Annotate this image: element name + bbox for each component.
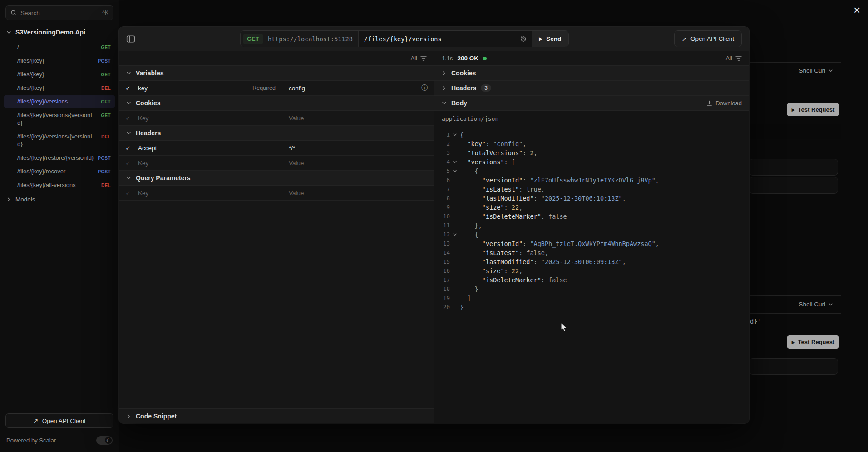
row-enabled-checkbox[interactable]: ✓ <box>119 81 137 95</box>
close-icon[interactable]: × <box>851 4 863 16</box>
section-cookies[interactable]: Cookies <box>119 96 434 111</box>
history-icon[interactable] <box>520 35 527 43</box>
send-button[interactable]: ▶ Send <box>532 31 569 47</box>
code-text: "size": 22, <box>460 203 523 212</box>
sidebar-item-endpoint[interactable]: /files/{key}GET <box>4 68 115 81</box>
powered-by: Powered by Scalar ☾ <box>0 432 119 452</box>
response-sample-box[interactable] <box>749 159 838 176</box>
request-filter[interactable]: All <box>411 55 427 62</box>
response-sample-box[interactable] <box>749 177 838 194</box>
powered-by-label: Powered by Scalar <box>6 437 56 444</box>
line-number: 7 <box>434 185 450 194</box>
key-placeholder: Key <box>138 160 148 167</box>
open-api-client-button[interactable]: ↗ Open API Client <box>5 413 113 428</box>
code-line: 7 "isLatest": true, <box>434 185 749 194</box>
sidebar-item-endpoint[interactable]: /files/{key}/versions/{versionId}GET <box>4 108 115 129</box>
section-query-parameters[interactable]: Query Parameters <box>119 171 434 186</box>
line-number: 5 <box>434 167 450 176</box>
header-value-cell[interactable]: Value <box>282 156 434 170</box>
headers-empty-row: ✓ Key Value <box>119 156 434 171</box>
row-enabled-checkbox[interactable]: ✓ <box>119 141 137 155</box>
code-line: 3 "totalVersions": 2, <box>434 148 749 157</box>
sidebar-item-endpoint[interactable]: /files/{key}/restore/{versionId}POST <box>4 151 115 164</box>
line-number: 2 <box>434 139 450 148</box>
code-text: "lastModified": "2025-12-30T06:09:13Z", <box>460 257 626 266</box>
code-text: { <box>460 230 478 239</box>
sidebar-toggle-icon[interactable] <box>126 34 135 44</box>
code-text: "versionId": "AqBPh_tzleT.QxWkYPfm4WhnRp… <box>460 239 659 248</box>
code-text: } <box>460 285 478 294</box>
filter-icon <box>735 56 742 61</box>
shell-curl-label: Shell Curl <box>799 301 825 308</box>
sidebar-item-endpoint[interactable]: /files/{key}DEL <box>4 81 115 94</box>
query-value-cell[interactable]: Value <box>282 186 434 200</box>
section-response-headers[interactable]: Headers 3 <box>434 81 749 96</box>
fold-chevron-icon[interactable] <box>450 130 460 139</box>
header-key-cell[interactable]: Accept <box>137 141 282 155</box>
sidebar-item-endpoint[interactable]: /files/{key}/recoverPOST <box>4 165 115 178</box>
sidebar-item-models[interactable]: Models <box>0 192 119 207</box>
headers-count-badge: 3 <box>481 84 491 92</box>
sidebar-item-endpoint[interactable]: /files/{key}/all-versionsDEL <box>4 178 115 192</box>
fold-chevron-icon[interactable] <box>450 230 460 239</box>
query-empty-row: ✓ Key Value <box>119 186 434 201</box>
open-api-client-button-top[interactable]: ↗ Open API Client <box>674 30 742 47</box>
response-panel: 1.1s 200 OK All Cookies Headers 3 Body <box>434 51 749 423</box>
section-code-snippet[interactable]: Code Snippet <box>119 408 434 423</box>
variable-value-cell[interactable]: config ⓘ <box>282 81 434 95</box>
section-variables[interactable]: Variables <box>119 66 434 81</box>
sidebar-item-endpoint[interactable]: /files/{key}POST <box>4 54 115 67</box>
cookie-key-cell[interactable]: Key <box>137 111 282 125</box>
endpoint-path: /files/{key}/versions/{versionId} <box>17 133 92 147</box>
code-line: 14 "isLatest": false, <box>434 248 749 257</box>
variable-value: config <box>289 85 305 92</box>
cookie-value-cell[interactable]: Value <box>282 111 434 125</box>
filter-icon <box>420 56 427 61</box>
code-text: }, <box>460 221 482 230</box>
download-icon <box>706 100 712 106</box>
fold-chevron-icon[interactable] <box>450 167 460 176</box>
fold-spacer <box>450 248 460 257</box>
api-group-toggle[interactable]: S3VersioningDemo.Api <box>0 25 119 40</box>
row-enabled-checkbox[interactable]: ✓ <box>119 156 137 170</box>
method-tag: DEL <box>101 84 111 92</box>
search-icon <box>10 10 17 16</box>
row-enabled-checkbox[interactable]: ✓ <box>119 111 137 125</box>
response-sample-box[interactable] <box>749 358 838 375</box>
request-filter-row: All <box>119 51 434 66</box>
json-body-viewer[interactable]: 1{2 "key": "config",3 "totalVersions": 2… <box>434 126 749 423</box>
shell-curl-select[interactable]: Shell Curl <box>749 295 841 313</box>
test-request-button[interactable]: ▶ Test Request <box>787 103 839 116</box>
shell-curl-select[interactable]: Shell Curl <box>749 62 841 79</box>
variable-key-cell[interactable]: key Required <box>137 81 282 95</box>
code-line: 8 "lastModified": "2025-12-30T06:10:13Z"… <box>434 194 749 203</box>
response-filter[interactable]: All <box>726 55 742 62</box>
filter-all-label: All <box>411 55 417 62</box>
section-response-body[interactable]: Body Download <box>434 96 749 111</box>
theme-toggle[interactable]: ☾ <box>96 436 113 445</box>
header-key-cell[interactable]: Key <box>137 156 282 170</box>
fold-chevron-icon[interactable] <box>450 157 460 167</box>
sidebar-item-endpoint[interactable]: /GET <box>4 40 115 54</box>
status-code[interactable]: 200 OK <box>458 55 479 62</box>
line-number: 3 <box>434 148 450 157</box>
header-key: Accept <box>138 145 157 152</box>
header-value-cell[interactable]: */* <box>282 141 434 155</box>
sidebar-item-endpoint[interactable]: /files/{key}/versionsGET <box>4 95 115 108</box>
download-button[interactable]: Download <box>706 100 742 107</box>
line-number: 8 <box>434 194 450 203</box>
query-key-cell[interactable]: Key <box>137 186 282 200</box>
sidebar-item-endpoint[interactable]: /files/{key}/versions/{versionId}DEL <box>4 130 115 151</box>
address-bar[interactable]: GET https://localhost:51128 /files/{key}… <box>240 30 569 47</box>
section-response-cookies[interactable]: Cookies <box>434 66 749 81</box>
code-line: 2 "key": "config", <box>434 139 749 148</box>
fold-spacer <box>450 239 460 248</box>
search-input[interactable]: Search ^K <box>5 5 113 20</box>
api-title: S3VersioningDemo.Api <box>15 29 85 36</box>
row-enabled-checkbox[interactable]: ✓ <box>119 186 137 200</box>
test-request-button[interactable]: ▶ Test Request <box>787 335 839 349</box>
section-headers[interactable]: Headers <box>119 126 434 141</box>
section-title: Cookies <box>451 69 476 77</box>
request-path[interactable]: /files/{key}/versions <box>359 35 520 43</box>
method-badge[interactable]: GET <box>243 34 263 44</box>
